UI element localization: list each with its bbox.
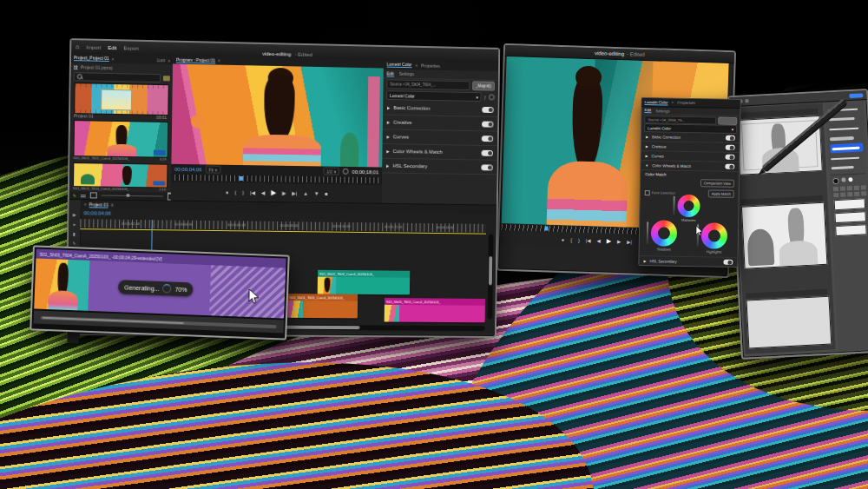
tool-icon[interactable] [861,191,866,195]
shadows-slider[interactable] [647,221,648,244]
highlights-wheel[interactable] [701,222,728,249]
section-color-wheels[interactable]: ▶ Color Wheels & Match [382,144,496,161]
selection-tool-icon[interactable]: ▶ [73,212,76,217]
menu-import[interactable]: Import [86,44,101,50]
timecode-current[interactable]: 00;00;04;06 [174,166,201,171]
export-frame-icon[interactable]: ■ [325,191,328,196]
extract-icon[interactable]: ▼ [314,190,319,195]
play-icon[interactable]: ▶ [607,238,612,245]
playhead[interactable] [240,176,243,181]
play-icon[interactable]: ▶ [271,188,276,196]
layer-thumb[interactable] [834,198,866,210]
source-action-chip[interactable] [718,116,737,124]
timeline-clip-teal[interactable]: S01_Sh02_T602_Cam4_20250103_ [318,270,411,295]
tool-icon[interactable] [861,185,866,189]
home-icon[interactable]: ⌂ [76,43,79,50]
midtones-slider[interactable] [673,196,674,215]
project-item-name[interactable]: S01_Sh01_T601_Cam4_20250103_ [73,155,129,161]
reset-icon[interactable] [489,94,495,100]
timeline-clip-magenta[interactable]: S01_Sh05_T605_Cam4_20250103_ [385,298,485,322]
step-back-icon[interactable]: ◀ [261,189,266,195]
track-select-tool-icon[interactable]: ▸ [74,221,76,227]
section-hsl-secondary[interactable]: ▶ HSL Secondary [639,255,737,267]
mark-out-icon[interactable]: } [578,238,580,243]
mark-in-icon[interactable]: { [570,237,572,242]
tool-icon[interactable] [854,192,859,196]
section-toggle[interactable] [726,145,735,150]
source-action-chip[interactable]: _Magnit() [472,81,495,90]
section-toggle[interactable] [726,135,735,141]
comparison-view-button[interactable]: Comparison View [700,179,734,188]
section-toggle[interactable] [723,260,733,265]
tool-icon[interactable] [840,192,845,196]
layer-thumb[interactable] [834,211,866,223]
close-icon[interactable]: × [84,202,87,207]
swatch[interactable] [832,178,838,184]
tab-lumetri-color[interactable]: Lumetri Color [645,100,668,105]
apply-match-button[interactable]: Apply Match [708,189,734,198]
mark-out-icon[interactable]: } [242,189,244,195]
menu-edit[interactable]: Edit [108,44,116,50]
go-to-in-icon[interactable]: |◀ [250,189,255,195]
thumb-view-icon[interactable] [90,192,97,198]
go-to-out-icon[interactable]: ▶| [292,190,297,196]
shadows-wheel[interactable] [651,220,678,247]
generating-clip-strip[interactable]: S01_Sh03_T604_CamA_20250103_ -00;00;04;2… [30,245,290,340]
step-forward-icon[interactable]: ▶ [282,189,286,195]
tab-properties[interactable]: Properties [677,101,695,105]
tool-icon[interactable] [847,186,852,190]
section-toggle[interactable] [725,164,734,169]
lift-icon[interactable]: ▲ [303,190,308,195]
tab-lumetri-hidden[interactable]: Lum [157,57,166,63]
tab-lumetri-color[interactable]: Lumetri Color [387,62,412,68]
project-item-thumb[interactable] [74,83,169,116]
tab-sequence[interactable]: Project 01 [89,202,108,208]
record-icon[interactable]: ● [226,189,229,195]
section-toggle[interactable] [725,155,734,160]
list-view-icon[interactable] [81,193,86,197]
go-to-in-icon[interactable]: |◀ [586,238,591,243]
step-back-icon[interactable]: ◀ [596,238,600,243]
search-input[interactable] [74,72,161,83]
preset-dropdown[interactable]: Lumetri Color▾ [386,90,482,102]
tool-icon[interactable] [854,186,859,190]
fit-dropdown[interactable]: Fit▾ [205,165,220,173]
record-icon[interactable]: ● [562,237,565,242]
swatch[interactable] [848,177,852,182]
zoom-slider[interactable] [102,195,163,197]
share-button[interactable] [849,93,863,98]
section-toggle[interactable] [481,164,492,170]
panel-more-icon[interactable]: » [168,57,170,63]
subtab-settings[interactable]: Settings [655,109,669,113]
folder-icon[interactable] [163,76,170,81]
brush-item-selected[interactable] [830,142,863,153]
pencil-icon[interactable]: ✎ [73,193,76,198]
razor-tool-icon[interactable]: ▮ [73,231,76,236]
tool-icon[interactable] [840,186,845,190]
subtab-edit[interactable]: Edit [644,108,651,113]
tab-program[interactable]: Program : Project 01 [176,56,215,63]
playhead[interactable] [544,226,548,230]
timeline-clip-orange[interactable]: S01_Sh01_T601_Cam4_20250103_ [287,294,358,318]
tool-icon[interactable] [833,193,838,197]
layer-thumb[interactable] [835,224,867,236]
swatch[interactable] [841,177,845,182]
timeline-timecode[interactable]: 00;00;04;06 [83,210,111,215]
midtones-wheel[interactable] [677,195,700,217]
resolution-dropdown[interactable]: 1/2▾ [323,167,339,175]
storyboard-frame[interactable] [741,202,828,269]
source-clip-chip[interactable]: Source • 04_Sh04_T604_... [386,79,470,90]
close-icon[interactable]: × [218,58,220,63]
tab-properties[interactable]: Properties [421,63,440,68]
brush-item[interactable] [831,162,864,172]
close-icon[interactable]: × [112,56,115,62]
project-item-thumb[interactable] [73,120,168,158]
section-toggle[interactable] [482,106,493,112]
section-toggle[interactable] [482,149,493,155]
project-file-name[interactable]: Project 01.prproj [81,64,113,70]
subtab-edit[interactable]: Edit [387,70,394,76]
project-item-name[interactable]: Project 01 [74,113,94,118]
menu-icon[interactable]: ≡ [111,202,114,208]
brush-item[interactable] [829,123,862,133]
storyboard-frame[interactable] [746,296,832,349]
